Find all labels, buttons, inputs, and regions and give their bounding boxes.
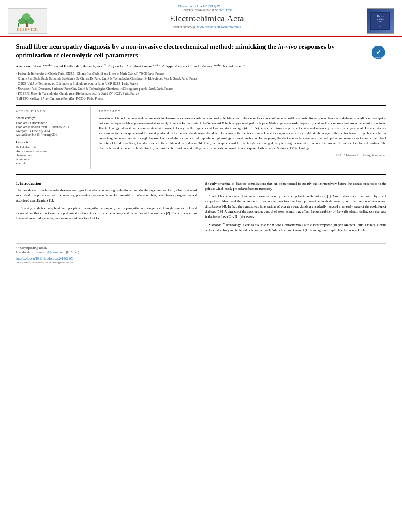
- svg-point-3: [18, 19, 25, 24]
- accepted-date: Accepted 14 February 2014: [16, 129, 86, 133]
- journal-header: Electrochimica Acta 140 (2014) 37–41 ELS…: [0, 0, 402, 37]
- affiliation-f: IMPETO Medical, 17 rue Campagne Première…: [17, 96, 103, 101]
- issn-line: 0013-4686/© 2014 Elsevier Ltd. All right…: [16, 261, 386, 264]
- svg-point-5: [22, 13, 30, 20]
- svg-point-4: [27, 19, 34, 24]
- body-two-col: 1. Introduction The prevalence of cardio…: [16, 181, 386, 235]
- svg-rect-12: [372, 24, 388, 24]
- star-symbol: *: [16, 246, 17, 250]
- keyword-2: electrochemical detection: [16, 150, 86, 153]
- affiliations: aInstitut de Recherche de Chimie Paris, …: [16, 72, 386, 101]
- keyword-4: neuropathy: [16, 158, 86, 161]
- homepage-link[interactable]: www.elsevier.com/locate/electacta: [197, 25, 241, 29]
- body-para-2: Presently diabetes complications, periph…: [16, 206, 197, 221]
- footer-bar: * * Corresponding author. E-mail address…: [0, 239, 402, 267]
- affiliation-a: Institut de Recherche de Chimie Paris, C…: [18, 72, 164, 76]
- body-para-right-1: the early screening of diabetes complica…: [205, 181, 386, 191]
- journal-homepage-line: journal homepage: www.elsevier.com/locat…: [173, 25, 241, 29]
- received-revised-date: Received in revised form 13 February 201…: [16, 125, 86, 129]
- crossmark-area: Small fiber neuropathy diagnosis by a no…: [16, 43, 386, 63]
- svg-text:CrossMark: CrossMark: [374, 56, 383, 59]
- journal-thumb: Electro- chimica Acta ISI: [367, 8, 394, 34]
- body-content: 1. Introduction The prevalence of cardio…: [0, 177, 402, 239]
- article-history: Article history: Received 13 December 20…: [16, 116, 86, 137]
- keyword-5: viscosity: [16, 161, 86, 165]
- elsevier-wordmark: ELSEVIER: [17, 28, 38, 32]
- article-info-label: ARTICLE INFO: [16, 109, 86, 113]
- affiliation-d: Université Paris Descartes, Sorbonne Par…: [18, 87, 173, 91]
- corresponding-note: * * Corresponding author.: [16, 246, 386, 250]
- abstract-text: Prevalence of type II diabetes and cardi…: [99, 116, 386, 151]
- body-right: the early screening of diabetes complica…: [205, 181, 386, 235]
- keywords-section: Keywords: Nickel electrode electrochemic…: [16, 141, 86, 165]
- elsevier-logo: ELSEVIER: [8, 8, 47, 34]
- svg-rect-6: [26, 23, 27, 27]
- main-content: Small fiber neuropathy diagnosis by a no…: [0, 37, 402, 173]
- history-title: Article history:: [16, 116, 86, 120]
- article-info-col: ARTICLE INFO Article history: Received 1…: [16, 106, 91, 169]
- crossmark-icon: ✓ CrossMark: [370, 44, 386, 60]
- email-link[interactable]: hanna.ayoub@gmail.com: [35, 250, 65, 254]
- keyword-3: chloride ions: [16, 154, 86, 157]
- science-direct-line: Contents lists available at ScienceDirec…: [182, 8, 233, 12]
- body-left: 1. Introduction The prevalence of cardio…: [16, 181, 197, 235]
- abstract-label: ABSTRACT: [99, 109, 386, 113]
- svg-text:Electro-: Electro-: [377, 15, 384, 17]
- footer-divider: [16, 243, 386, 244]
- section1-title: 1. Introduction: [16, 181, 197, 185]
- svg-rect-0: [18, 23, 19, 27]
- body-para-right-2: Small fiber neuropathy has been shown to…: [205, 194, 386, 219]
- affiliation-e: INSERM, Unité de Technologies Chimiques …: [18, 91, 139, 96]
- journal-center: Contents lists available at ScienceDirec…: [47, 8, 367, 29]
- affiliation-b: Chimie ParisTech, École Nationale Supéri…: [18, 76, 197, 81]
- volume-line: Electrochimica Acta 140 (2014) 37–41: [178, 5, 224, 8]
- svg-text:✓: ✓: [376, 49, 381, 56]
- keyword-1: Nickel electrode: [16, 146, 86, 149]
- received-date: Received 13 December 2013: [16, 121, 86, 125]
- affiliation-c: CNRS, Unité de Technologies Chimiques et…: [18, 82, 138, 86]
- keywords-title: Keywords:: [16, 141, 86, 144]
- article-info-abstract-section: ARTICLE INFO Article history: Received 1…: [16, 105, 386, 169]
- abstract-col: ABSTRACT Prevalence of type II diabetes …: [99, 106, 386, 169]
- sciencedirect-link[interactable]: ScienceDirect: [215, 8, 233, 12]
- authors-line: Amandine Calmet a,b,c,d,e, Kamel Khalfal…: [16, 63, 386, 69]
- svg-text:Acta: Acta: [378, 20, 382, 23]
- journal-title-header: Electrochimica Acta: [170, 13, 244, 24]
- svg-text:chimica: chimica: [377, 18, 384, 20]
- body-para-right-3: SudoscanTM technology is able to evaluat…: [205, 222, 386, 233]
- available-date: Available online 25 February 2014: [16, 133, 86, 137]
- body-para-1: The prevalence of cardiovascular disease…: [16, 188, 197, 203]
- doi-link[interactable]: http://dx.doi.org/10.1016/j.electacta.20…: [16, 257, 74, 260]
- copyright-line: © 2014 Elsevier Ltd. All rights reserved…: [99, 154, 386, 157]
- article-title: Small fiber neuropathy diagnosis by a no…: [16, 43, 339, 60]
- svg-text:ISI: ISI: [380, 26, 382, 28]
- email-line: E-mail address: hanna.ayoub@gmail.com (H…: [16, 250, 386, 254]
- page-wrapper: Electrochimica Acta 140 (2014) 37–41 ELS…: [0, 0, 402, 532]
- section-divider: [16, 174, 386, 175]
